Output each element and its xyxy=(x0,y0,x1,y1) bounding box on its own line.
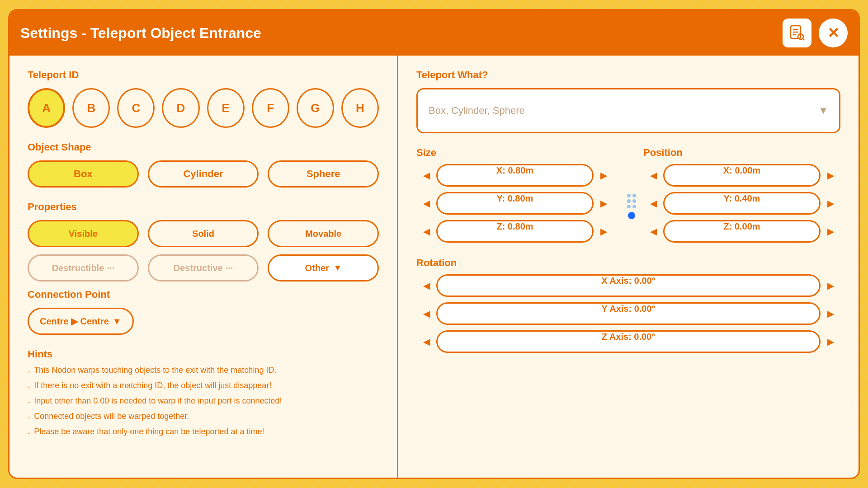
modal-title: Settings - Teleport Object Entrance xyxy=(20,25,261,42)
size-z-increment[interactable]: ▶ xyxy=(594,220,613,243)
teleport-id-g[interactable]: G xyxy=(297,88,334,128)
position-z-field[interactable]: Z: 0.00m xyxy=(663,220,821,243)
teleport-id-f[interactable]: F xyxy=(252,88,289,128)
props-row-2: Destructible ··· Destructive ··· Other ▼ xyxy=(28,254,379,282)
props-row-1: Visible Solid Movable xyxy=(28,220,379,247)
hint-item-3: Input other than 0.00 is needed to warp … xyxy=(28,396,379,408)
teleport-what-arrow: ▼ xyxy=(818,105,828,117)
destructible-dots: ··· xyxy=(107,263,114,273)
rotation-z-decrement[interactable]: ◀ xyxy=(416,330,436,353)
destructive-button[interactable]: Destructive ··· xyxy=(148,254,259,282)
position-label: Position xyxy=(643,147,840,159)
teleport-what-section: Teleport What? Box, Cylinder, Sphere ▼ xyxy=(416,69,840,133)
rotation-section: Rotation ◀ X Axis: 0.00° ▶ ◀ Y Axis: 0.0… xyxy=(416,257,840,353)
hint-item-5: Please be aware that only one thing can … xyxy=(28,427,379,439)
size-y-field[interactable]: Y: 0.80m xyxy=(436,192,594,215)
position-indicator xyxy=(628,212,635,219)
destructible-label: Destructible xyxy=(52,263,104,273)
teleport-id-a[interactable]: A xyxy=(28,88,65,128)
rotation-z-increment[interactable]: ▶ xyxy=(821,330,840,353)
teleport-id-d[interactable]: D xyxy=(162,88,199,128)
position-y-increment[interactable]: ▶ xyxy=(821,192,840,215)
rotation-z-field[interactable]: Z Axis: 0.00° xyxy=(436,330,821,353)
header-actions: ✕ xyxy=(783,19,848,47)
connection-point-label: Connection Point xyxy=(28,289,379,300)
hints-list: This Nodon warps touching objects to the… xyxy=(28,366,379,439)
size-y-row: ◀ Y: 0.80m ▶ xyxy=(416,192,613,215)
rotation-z-row: ◀ Z Axis: 0.00° ▶ xyxy=(416,330,840,353)
drag-dots xyxy=(627,194,636,219)
teleport-what-dropdown[interactable]: Box, Cylinder, Sphere ▼ xyxy=(416,88,840,133)
teleport-id-b[interactable]: B xyxy=(72,88,110,128)
position-y-row: ◀ Y: 0.40m ▶ xyxy=(643,192,840,215)
size-y-increment[interactable]: ▶ xyxy=(594,192,613,215)
size-section: Size ◀ X: 0.80m ▶ ◀ Y: 0.80m ▶ ◀ Z: 0.80… xyxy=(416,147,613,248)
other-label: Other xyxy=(305,263,329,273)
rotation-label: Rotation xyxy=(416,257,840,269)
position-z-decrement[interactable]: ◀ xyxy=(643,220,663,243)
hint-item-2: If there is no exit with a matching ID, … xyxy=(28,381,379,393)
rotation-x-increment[interactable]: ▶ xyxy=(821,274,840,297)
rotation-x-row: ◀ X Axis: 0.00° ▶ xyxy=(416,274,840,297)
other-button[interactable]: Other ▼ xyxy=(268,254,379,282)
drag-connector xyxy=(623,165,627,248)
movable-button[interactable]: Movable xyxy=(268,220,379,247)
hint-item-1: This Nodon warps touching objects to the… xyxy=(28,366,379,377)
shape-row: Box Cylinder Sphere xyxy=(28,160,379,188)
teleport-id-e[interactable]: E xyxy=(207,88,245,128)
teleport-id-row: A B C D E F G H xyxy=(28,88,379,128)
other-dropdown-arrow: ▼ xyxy=(334,263,342,273)
size-position-row: Size ◀ X: 0.80m ▶ ◀ Y: 0.80m ▶ ◀ Z: 0.80… xyxy=(416,147,840,248)
size-x-decrement[interactable]: ◀ xyxy=(416,164,436,187)
document-search-icon xyxy=(789,25,805,41)
shape-box-button[interactable]: Box xyxy=(28,160,139,188)
visible-button[interactable]: Visible xyxy=(28,220,139,247)
size-x-increment[interactable]: ▶ xyxy=(594,164,613,187)
rotation-x-field[interactable]: X Axis: 0.00° xyxy=(436,274,821,297)
teleport-what-label: Teleport What? xyxy=(416,69,840,81)
rotation-y-row: ◀ Y Axis: 0.00° ▶ xyxy=(416,302,840,325)
close-button[interactable]: ✕ xyxy=(819,19,848,47)
connection-point-button[interactable]: Centre ▶ Centre ▼ xyxy=(28,308,134,335)
destructive-label: Destructive xyxy=(174,263,223,273)
rotation-x-decrement[interactable]: ◀ xyxy=(416,274,436,297)
position-y-decrement[interactable]: ◀ xyxy=(643,192,663,215)
documentation-button[interactable] xyxy=(783,19,811,47)
rotation-y-increment[interactable]: ▶ xyxy=(821,302,840,325)
shape-cylinder-button[interactable]: Cylinder xyxy=(148,160,259,188)
size-y-decrement[interactable]: ◀ xyxy=(416,192,436,215)
position-z-increment[interactable]: ▶ xyxy=(821,220,840,243)
rotation-y-field[interactable]: Y Axis: 0.00° xyxy=(436,302,821,325)
properties-label: Properties xyxy=(28,201,379,213)
position-x-field[interactable]: X: 0.00m xyxy=(663,164,821,187)
svg-line-5 xyxy=(802,38,804,40)
connection-dropdown-arrow: ▼ xyxy=(113,316,122,327)
size-z-decrement[interactable]: ◀ xyxy=(416,220,436,243)
modal-header: Settings - Teleport Object Entrance ✕ xyxy=(9,10,859,56)
size-x-row: ◀ X: 0.80m ▶ xyxy=(416,164,613,187)
position-x-increment[interactable]: ▶ xyxy=(821,164,840,187)
shape-sphere-button[interactable]: Sphere xyxy=(268,160,379,188)
teleport-id-c[interactable]: C xyxy=(117,88,155,128)
teleport-id-h[interactable]: H xyxy=(341,88,379,128)
hint-item-4: Connected objects will be warped togethe… xyxy=(28,412,379,423)
size-z-field[interactable]: Z: 0.80m xyxy=(436,220,594,243)
rotation-y-decrement[interactable]: ◀ xyxy=(416,302,436,325)
position-x-decrement[interactable]: ◀ xyxy=(643,164,663,187)
solid-button[interactable]: Solid xyxy=(148,220,259,247)
hints-section: Hints This Nodon warps touching objects … xyxy=(28,348,379,439)
destructive-dots: ··· xyxy=(226,263,233,273)
object-shape-label: Object Shape xyxy=(28,141,379,153)
size-label: Size xyxy=(416,147,613,159)
modal-body: Teleport ID A B C D E F G H Object Shape… xyxy=(9,56,859,478)
right-panel: Teleport What? Box, Cylinder, Sphere ▼ S… xyxy=(398,56,859,478)
position-y-field[interactable]: Y: 0.40m xyxy=(663,192,821,215)
size-x-field[interactable]: X: 0.80m xyxy=(436,164,594,187)
teleport-what-value: Box, Cylinder, Sphere xyxy=(429,105,525,117)
connection-point-section: Connection Point Centre ▶ Centre ▼ xyxy=(28,289,379,335)
position-x-row: ◀ X: 0.00m ▶ xyxy=(643,164,840,187)
teleport-id-label: Teleport ID xyxy=(28,69,379,81)
position-z-row: ◀ Z: 0.00m ▶ xyxy=(643,220,840,243)
position-section: Position ◀ X: 0.00m ▶ ◀ Y: 0.40m ▶ ◀ Z: … xyxy=(643,147,840,248)
destructible-button[interactable]: Destructible ··· xyxy=(28,254,139,282)
